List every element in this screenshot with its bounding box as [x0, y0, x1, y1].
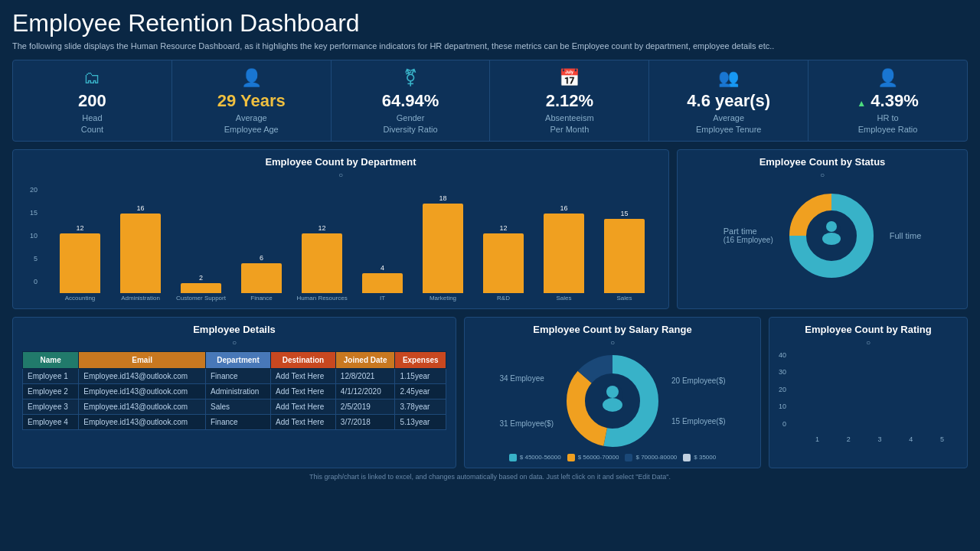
salary-34-label: 34 Employee: [499, 374, 554, 383]
bar-x-label: Administration: [121, 295, 160, 302]
dept-bar-chart: 05101520 12 Accounting 16 Administration…: [22, 184, 659, 302]
salary-legend: $ 45000-56000 $ 56000-70000 $ 70000-8000…: [474, 454, 751, 461]
table-cell: Employee 4: [23, 414, 79, 429]
th-expenses: Expenses: [395, 351, 446, 368]
kpi-head-count: 🗂 200 HeadCount: [13, 60, 172, 141]
bar-x-label: Sales: [616, 295, 632, 302]
head-count-icon: 🗂: [83, 68, 100, 88]
table-row: Employee 1Employee.id143@outlook.comFina…: [23, 368, 446, 383]
emp-table: Name Email Department Destination Joined…: [22, 351, 446, 430]
bar-value-label: 2: [199, 274, 203, 282]
dept-bar-group: 16 Sales: [535, 204, 593, 302]
salary-left-labels: 34 Employee 31 Employee($): [499, 374, 554, 428]
dept-bars: 12 Accounting 16 Administration 2 Custom…: [51, 203, 653, 302]
kpi-tenure: 👥 4.6 year(s) AverageEmployee Tenure: [649, 60, 808, 141]
bar-value-label: 6: [260, 254, 263, 262]
bar-x-label: IT: [380, 295, 385, 302]
svg-point-4: [822, 233, 841, 245]
bar: [483, 233, 524, 293]
th-department: Department: [205, 351, 270, 368]
bar-value-label: 12: [318, 224, 325, 232]
table-cell: Sales: [205, 399, 270, 414]
table-cell: Finance: [205, 368, 270, 383]
status-chart-title: Employee Count by Status: [687, 156, 958, 168]
table-cell: 2/5/2019: [335, 399, 395, 414]
gender-value: 64.94%: [382, 91, 439, 111]
bar-x-label: R&D: [497, 295, 510, 302]
table-cell: 5.13year: [395, 414, 446, 429]
bar-value-label: 12: [499, 224, 507, 232]
bar: [604, 219, 645, 293]
bar: [120, 214, 161, 293]
main-charts-grid: Employee Count by Department ○ 05101520 …: [12, 149, 968, 309]
dept-chart-panel: Employee Count by Department ○ 05101520 …: [12, 149, 669, 309]
part-time-count: (16 Employee): [724, 236, 773, 244]
kpi-row: 🗂 200 HeadCount 👤 29 Years AverageEmploy…: [12, 60, 968, 142]
salary-20-label: 20 Employee($): [671, 377, 726, 385]
table-cell: Employee 1: [23, 368, 79, 383]
dept-bar-group: 15 Sales: [596, 210, 653, 302]
kpi-avg-age: 👤 29 Years AverageEmployee Age: [172, 60, 332, 141]
head-count-label: HeadCount: [81, 112, 103, 135]
bar-x-label: Accounting: [65, 295, 96, 302]
table-cell: 12/8/2021: [335, 368, 395, 383]
absenteeism-label: AbsenteeismPer Month: [545, 112, 594, 135]
table-cell: Add Text Here: [271, 399, 336, 414]
table-cell: Administration: [205, 383, 270, 399]
table-row: Employee 4Employee.id143@outlook.comFina…: [23, 414, 446, 429]
table-cell: Employee.id143@outlook.com: [79, 399, 206, 414]
bottom-grid: Employee Details ○ Name Email Department…: [12, 317, 968, 468]
bar-x-label: Sales: [556, 295, 571, 302]
bar: [241, 263, 282, 293]
rating-chart-area: 010203040: [779, 351, 958, 434]
table-cell: Employee.id143@outlook.com: [79, 414, 206, 429]
svg-point-9: [606, 386, 619, 398]
emp-details-title: Employee Details: [22, 324, 446, 335]
bar-x-label: Customer Support: [176, 295, 226, 302]
full-time-label: Full time: [890, 231, 922, 240]
salary-chart-title: Employee Count by Salary Range: [474, 324, 751, 335]
dept-bar-group: 6 Finance: [233, 254, 290, 302]
salary-donut-area: 34 Employee 31 Employee($) 20 Employee($…: [474, 351, 751, 451]
bar: [60, 233, 100, 293]
hr-ratio-icon: 👤: [877, 68, 898, 88]
table-cell: 1.15year: [395, 368, 446, 383]
bar-value-label: 15: [620, 210, 628, 217]
bar: [302, 233, 342, 293]
status-chart-panel: Employee Count by Status ○ Part time (16…: [677, 149, 968, 309]
dept-chart-title: Employee Count by Department: [22, 156, 659, 168]
th-email: Email: [79, 351, 206, 368]
bar-value-label: 18: [439, 194, 446, 202]
table-cell: Employee 2: [23, 383, 79, 399]
rating-chart-dot: ○: [779, 338, 958, 347]
salary-chart-panel: Employee Count by Salary Range ○ 34 Empl…: [464, 317, 761, 468]
kpi-hr-ratio: 👤 ▲ 4.39% HR toEmployee Ratio: [808, 60, 967, 141]
avg-age-icon: 👤: [241, 68, 262, 88]
table-cell: Employee 3: [23, 399, 79, 414]
status-chart-dot: ○: [687, 171, 958, 179]
th-joined-date: Joined Date: [335, 351, 395, 368]
svg-point-10: [603, 398, 622, 412]
table-cell: Add Text Here: [271, 414, 336, 429]
rating-bars: [789, 357, 832, 434]
salary-31-label: 31 Employee($): [499, 419, 554, 428]
rating-chart-panel: Employee Count by Rating ○ 010203040 123…: [769, 317, 968, 468]
dept-bar-group: 12 Human Resources: [293, 224, 351, 302]
salary-right-labels: 20 Employee($) 15 Employee($): [671, 377, 726, 425]
dept-yaxis: 05101520: [22, 186, 41, 285]
status-left-labels: Part time (16 Employee): [724, 227, 773, 244]
bar-value-label: 4: [381, 264, 384, 272]
status-donut-svg: [786, 190, 877, 282]
rating-x-labels: 12345: [779, 435, 958, 443]
salary-15-label: 15 Employee($): [671, 417, 726, 425]
tenure-value: 4.6 year(s): [687, 91, 770, 111]
bar-value-label: 12: [76, 224, 83, 232]
page-title: Employee Retention Dashboard: [12, 9, 968, 37]
bar-x-label: Finance: [250, 295, 272, 302]
table-cell: Employee.id143@outlook.com: [79, 368, 206, 383]
avg-age-label: AverageEmployee Age: [224, 112, 279, 135]
hr-ratio-value: ▲ 4.39%: [857, 91, 918, 111]
table-cell: Add Text Here: [271, 368, 336, 383]
tenure-icon: 👥: [718, 68, 739, 88]
rating-yaxis: 010203040: [779, 351, 789, 428]
